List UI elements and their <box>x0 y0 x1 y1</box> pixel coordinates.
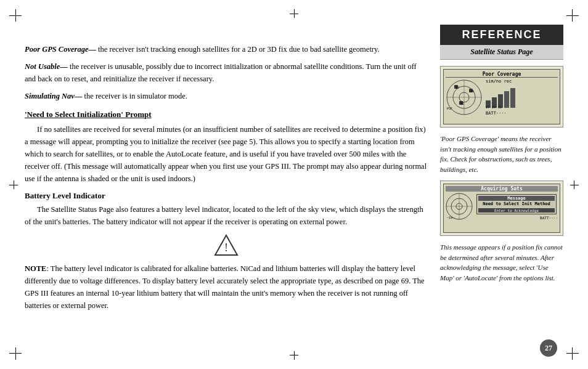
text-poor-coverage: the receiver isn't tracking enough satel… <box>96 45 380 54</box>
svg-text:17: 17 <box>486 105 489 109</box>
signal-bars: 17 24 31 <box>486 85 529 110</box>
battery-heading: Battery Level Indicator <box>25 191 428 201</box>
term-poor-coverage: Poor GPS Coverage— <box>25 45 96 54</box>
svg-text:31: 31 <box>460 102 464 105</box>
message-box-title: Message <box>478 196 555 201</box>
para-simulating: Simulating Nav— the receiver is in simul… <box>25 90 428 102</box>
reference-header: REFERENCE <box>440 25 563 45</box>
svg-rect-18 <box>510 88 515 108</box>
para-not-usable: Not Usable— the receiver is unusable, po… <box>25 60 428 85</box>
message-box: Message Need to Select Init Method Enter… <box>476 194 557 214</box>
enter-acknowledge: Enter to Acknowledge <box>478 208 555 213</box>
para-poor-coverage: Poor GPS Coverage— the receiver isn't tr… <box>25 43 428 55</box>
gps-screen-title-1: Poor Coverage <box>446 71 558 78</box>
battery-para: The Satellite Status Page also features … <box>25 203 428 228</box>
term-simulating: Simulating Nav— <box>25 92 82 100</box>
gps-acquiring-title: Acquiring Sats <box>446 186 558 192</box>
warning-symbol-area: ! <box>25 234 428 259</box>
note-text-content: : The battery level indicator is calibra… <box>25 264 425 310</box>
text-not-usable: the receiver is unusable, possibly due t… <box>25 62 417 83</box>
warning-triangle-icon: ! <box>214 234 239 256</box>
svg-text:24: 24 <box>470 89 474 93</box>
section-heading-init: 'Need to Select Initialization' Prompt <box>25 110 428 120</box>
satellite-status-label: Satellite Status Page <box>440 45 563 60</box>
main-content: Poor GPS Coverage— the receiver isn't tr… <box>25 25 440 344</box>
svg-text:PSF: PSF <box>447 107 452 110</box>
svg-text:17: 17 <box>455 86 459 89</box>
note-label: NOTE <box>25 264 46 273</box>
svg-text:!: ! <box>224 241 228 254</box>
caption-acquiring: This message appears if a position fix c… <box>440 242 563 283</box>
gps-screen-acquiring: Acquiring Sats —10— Message <box>440 180 563 236</box>
section-para-init: If no satellites are received for severa… <box>25 123 428 185</box>
svg-text:—10—: —10— <box>447 216 455 219</box>
acquiring-sky-view: —10— <box>446 193 473 221</box>
sidebar: REFERENCE Satellite Status Page Poor Cov… <box>440 25 563 344</box>
caption-poor-coverage: 'Poor GPS Coverage' means the receiver i… <box>440 134 563 174</box>
page-number-area: 27 <box>540 339 557 357</box>
svg-text:24: 24 <box>492 105 496 109</box>
satellite-sky-view: 17 24 31 PSF <box>446 79 483 116</box>
svg-text:31: 31 <box>498 105 502 109</box>
svg-rect-17 <box>504 91 509 108</box>
text-simulating: the receiver is in simulator mode. <box>82 92 187 100</box>
term-not-usable: Not Usable— <box>25 62 68 71</box>
note-paragraph: NOTE: The battery level indicator is cal… <box>25 262 428 312</box>
page-number: 27 <box>540 339 557 357</box>
message-box-text: Need to Select Init Method <box>478 201 555 207</box>
gps-screen-poor-coverage: Poor Coverage <box>440 66 563 128</box>
